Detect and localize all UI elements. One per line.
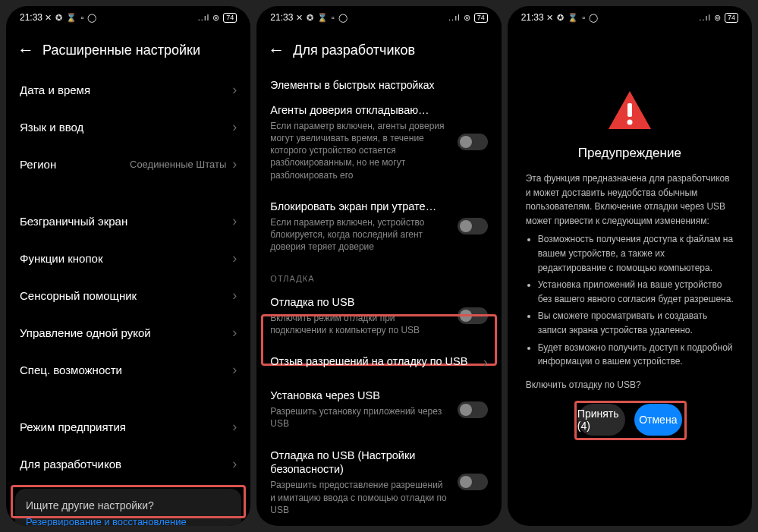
suggestion-card[interactable]: Ищите другие настройки? Резервирование и… [15,489,241,526]
battery-icon: 74 [223,13,237,23]
wifi-icon: ⊚ [714,13,722,23]
battery-icon: 74 [474,13,488,23]
description: Разрешить установку приложений через USB [270,405,449,430]
label: Язык и ввод [20,121,83,134]
chevron-right-icon: › [232,419,237,435]
title: Агенты доверия откладываю… [270,103,449,118]
label: Режим предприятия [20,420,126,433]
chevron-right-icon: › [232,119,237,135]
wifi-icon: ⊚ [464,13,471,23]
title: Отладка по USB (Настройки безопасности) [270,449,449,477]
status-icons-left: ✕ ✪ ⌛ ▫ ◯ [546,13,599,22]
description: Разрешить предоставление разрешений и им… [270,479,449,516]
status-time: 21:33 [521,12,544,23]
title: Отзыв разрешений на отладку по USB [270,354,475,369]
row-usb-debug-security[interactable]: Отладка по USB (Настройки безопасности) … [256,439,501,525]
label: Дата и время [20,83,90,96]
status-bar: 21:33 ✕ ✪ ⌛ ▫ ◯ ..ıl ⊚ 74 [508,6,752,29]
chevron-right-icon: › [232,362,237,378]
dialog-intro: Эта функция предназначена для разработчи… [526,172,734,228]
chevron-right-icon: › [232,288,237,304]
dialog-title: Предупреждение [578,146,681,161]
dialog-buttons: Принять (4) Отмена [577,404,682,436]
title: Блокировать экран при утрате… [270,200,449,214]
row-accessibility[interactable]: Спец. возможности › [6,351,250,389]
label: Сенсорный помощник [20,289,137,302]
card-link[interactable]: Резервирование и восстановление [26,516,231,526]
toggle[interactable] [458,218,488,235]
status-bar: 21:33 ✕ ✪ ⌛ ▫ ◯ ..ıl ⊚ 74 [6,6,250,29]
row-button-functions[interactable]: Функции кнопок › [6,240,250,277]
row-quick-settings[interactable]: Элементы в быстрых настройках [256,71,501,94]
value: Соединенные Штаты [130,159,228,170]
bullet: Будет возможно получить доступ к подробн… [538,341,734,369]
title: Отладка по USB [270,295,449,310]
accept-button[interactable]: Принять (4) [577,404,625,436]
bullet: Вы сможете просматривать и создавать зап… [538,309,734,337]
status-icons-left: ✕ ✪ ⌛ ▫ ◯ [296,13,348,22]
chevron-right-icon: › [232,325,237,341]
status-bar: 21:33 ✕ ✪ ⌛ ▫ ◯ ..ıl ⊚ 74 [256,6,501,29]
svg-point-1 [627,120,632,125]
page-title: Расширенные настройки [42,42,200,58]
screen-developer-options: 21:33 ✕ ✪ ⌛ ▫ ◯ ..ıl ⊚ 74 ← Для разработ… [256,6,501,526]
signal-icon: ..ıl [699,13,711,22]
toggle[interactable] [458,474,488,490]
back-button[interactable]: ← [266,39,287,61]
row-touch-assistant[interactable]: Сенсорный помощник › [6,277,250,314]
header: ← Для разработчиков [256,29,501,71]
chevron-right-icon: › [232,156,237,172]
chevron-right-icon: › [232,456,237,472]
row-region[interactable]: Регион Соединенные Штаты › [6,146,250,183]
row-lock-on-lost[interactable]: Блокировать экран при утрате… Если парам… [256,190,501,262]
page-title: Для разработчиков [293,42,415,58]
row-developer-options[interactable]: Для разработчиков › [6,445,250,483]
row-edgeless[interactable]: Безграничный экран › [6,203,250,240]
chevron-right-icon: › [483,354,488,370]
chevron-right-icon: › [232,213,237,229]
back-button[interactable]: ← [15,39,36,61]
screen-warning-dialog: 21:33 ✕ ✪ ⌛ ▫ ◯ ..ıl ⊚ 74 Предупреждение… [508,6,752,526]
toggle[interactable] [458,401,488,418]
dev-list: Элементы в быстрых настройках Агенты дов… [256,71,501,526]
toggle[interactable] [458,134,488,150]
wifi-icon: ⊚ [212,13,220,23]
description: Включить режим отладки при подключении к… [270,312,449,336]
status-icons-left: ✕ ✪ ⌛ ▫ ◯ [45,13,97,22]
label: Безграничный экран [20,215,127,228]
label: Спец. возможности [20,364,122,376]
toggle-usb-debugging[interactable] [458,307,488,324]
section-debug: ОТЛАДКА [256,262,501,286]
label: Управление одной рукой [20,326,151,339]
battery-icon: 74 [725,13,738,23]
cancel-button[interactable]: Отмена [634,404,682,436]
card-question: Ищите другие настройки? [26,499,231,512]
settings-list: Дата и время › Язык и ввод › Регион Соед… [6,71,250,526]
bullet: Установка приложений на ваше устройство … [538,278,734,306]
signal-icon: ..ıl [448,13,461,22]
svg-rect-0 [627,103,632,117]
dialog-body: Эта функция предназначена для разработчи… [526,172,734,373]
label: Функции кнопок [20,252,102,265]
row-revoke-usb[interactable]: Отзыв разрешений на отладку по USB › [256,345,501,379]
status-time: 21:33 [270,12,293,23]
row-language[interactable]: Язык и ввод › [6,109,250,146]
label: Для разработчиков [20,458,121,471]
description: Если параметр включен, устройство блокир… [270,216,449,253]
title: Установка через USB [270,389,449,403]
label: Регион [20,158,56,171]
warning-icon [607,90,653,131]
row-one-hand[interactable]: Управление одной рукой › [6,314,250,351]
chevron-right-icon: › [232,82,237,98]
row-date-time[interactable]: Дата и время › [6,71,250,109]
bullet: Возможность получения доступа к файлам н… [538,232,734,275]
description: Если параметр включен, агенты доверия мо… [270,120,449,181]
dialog-question: Включить отладку по USB? [526,379,641,390]
row-enterprise[interactable]: Режим предприятия › [6,408,250,445]
status-time: 21:33 [20,12,42,23]
row-usb-debugging[interactable]: Отладка по USB Включить режим отладки пр… [256,286,501,345]
row-install-via-usb[interactable]: Установка через USB Разрешить установку … [256,379,501,439]
row-trust-agents[interactable]: Агенты доверия откладываю… Если параметр… [256,94,501,190]
chevron-right-icon: › [232,250,237,266]
warning-dialog: Предупреждение Эта функция предназначена… [508,29,752,526]
